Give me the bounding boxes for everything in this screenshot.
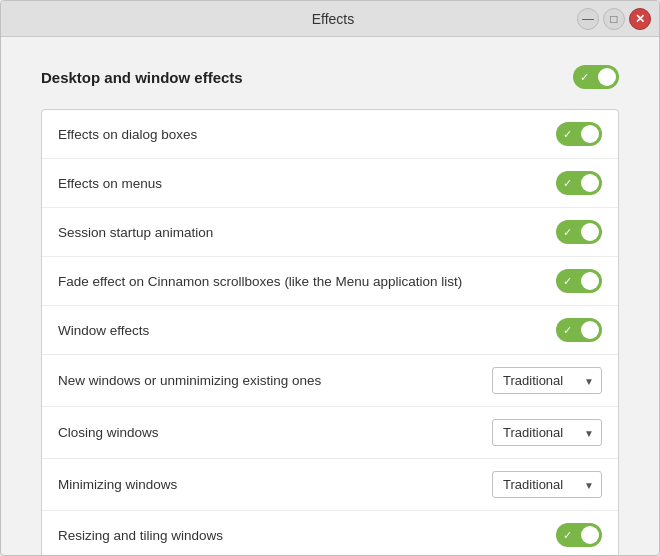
fade-cinnamon-row: Fade effect on Cinnamon scrollboxes (lik… xyxy=(42,257,618,306)
session-startup-slider xyxy=(556,220,602,244)
maximize-button[interactable]: □ xyxy=(603,8,625,30)
section-title: Desktop and window effects xyxy=(41,69,243,86)
session-startup-label: Session startup animation xyxy=(58,225,556,240)
window-effects-row: Window effects ✓ xyxy=(42,306,618,355)
resizing-windows-slider xyxy=(556,523,602,547)
window-effects-toggle[interactable]: ✓ xyxy=(556,318,602,342)
effects-window: Effects — □ ✕ Desktop and window effects… xyxy=(0,0,660,556)
new-windows-row: New windows or unminimizing existing one… xyxy=(42,355,618,407)
minimizing-windows-dropdown-wrapper: Traditional None Zoom Fly In xyxy=(492,471,602,498)
effects-menus-toggle[interactable]: ✓ xyxy=(556,171,602,195)
window-effects-slider xyxy=(556,318,602,342)
effects-menus-label: Effects on menus xyxy=(58,176,556,191)
resizing-windows-toggle[interactable]: ✓ xyxy=(556,523,602,547)
resizing-windows-row: Resizing and tiling windows ✓ xyxy=(42,511,618,555)
fade-cinnamon-slider xyxy=(556,269,602,293)
closing-windows-dropdown[interactable]: Traditional None Zoom Fly In xyxy=(492,419,602,446)
effects-menus-slider xyxy=(556,171,602,195)
closing-windows-label: Closing windows xyxy=(58,425,492,440)
maximize-icon: □ xyxy=(610,12,617,26)
closing-windows-dropdown-wrapper: Traditional None Zoom Fly In xyxy=(492,419,602,446)
settings-panel: Effects on dialog boxes ✓ Effects on men… xyxy=(41,109,619,555)
session-startup-toggle[interactable]: ✓ xyxy=(556,220,602,244)
minimizing-windows-label: Minimizing windows xyxy=(58,477,492,492)
minimizing-windows-row: Minimizing windows Traditional None Zoom… xyxy=(42,459,618,511)
effects-dialog-row: Effects on dialog boxes ✓ xyxy=(42,110,618,159)
minimize-icon: — xyxy=(582,12,594,26)
titlebar-controls: — □ ✕ xyxy=(577,8,651,30)
fade-cinnamon-toggle[interactable]: ✓ xyxy=(556,269,602,293)
titlebar: Effects — □ ✕ xyxy=(1,1,659,37)
new-windows-dropdown[interactable]: Traditional None Zoom Fly In xyxy=(492,367,602,394)
section-header: Desktop and window effects ✓ xyxy=(41,65,619,89)
fade-cinnamon-label: Fade effect on Cinnamon scrollboxes (lik… xyxy=(58,274,556,289)
window-title: Effects xyxy=(312,11,355,27)
new-windows-label: New windows or unminimizing existing one… xyxy=(58,373,492,388)
new-windows-dropdown-wrapper: Traditional None Zoom Fly In xyxy=(492,367,602,394)
desktop-effects-toggle[interactable]: ✓ xyxy=(573,65,619,89)
effects-dialog-slider xyxy=(556,122,602,146)
effects-dialog-toggle[interactable]: ✓ xyxy=(556,122,602,146)
close-icon: ✕ xyxy=(635,12,645,26)
minimize-button[interactable]: — xyxy=(577,8,599,30)
closing-windows-row: Closing windows Traditional None Zoom Fl… xyxy=(42,407,618,459)
content-area: Desktop and window effects ✓ Effects on … xyxy=(1,37,659,555)
close-button[interactable]: ✕ xyxy=(629,8,651,30)
window-effects-label: Window effects xyxy=(58,323,556,338)
effects-dialog-label: Effects on dialog boxes xyxy=(58,127,556,142)
desktop-effects-slider xyxy=(573,65,619,89)
minimizing-windows-dropdown[interactable]: Traditional None Zoom Fly In xyxy=(492,471,602,498)
resizing-windows-label: Resizing and tiling windows xyxy=(58,528,556,543)
session-startup-row: Session startup animation ✓ xyxy=(42,208,618,257)
effects-menus-row: Effects on menus ✓ xyxy=(42,159,618,208)
